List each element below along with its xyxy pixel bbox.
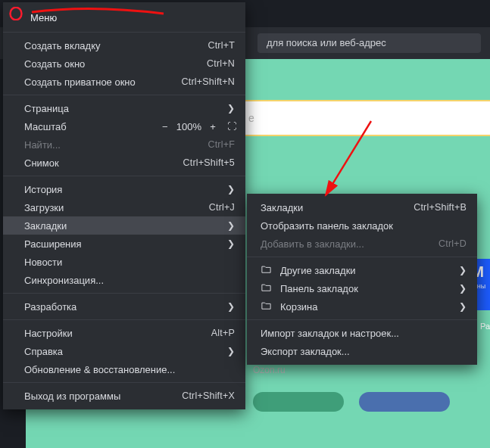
menu-separator bbox=[3, 32, 245, 33]
submenu-add-bookmark: Добавить в закладки... Ctrl+D bbox=[247, 235, 477, 253]
menu-separator bbox=[3, 176, 245, 176]
zoom-value: 100% bbox=[176, 121, 201, 132]
menu-item-label: Добавить в закладки... bbox=[261, 238, 439, 250]
menu-item-label: Настройки bbox=[24, 328, 211, 339]
menu-zoom: Масштаб − 100% + ⛶ bbox=[3, 117, 245, 135]
submenu-import[interactable]: Импорт закладок и настроек... bbox=[247, 324, 477, 342]
menu-item-shortcut: Alt+P bbox=[211, 328, 235, 338]
folder-icon bbox=[261, 300, 272, 312]
menu-sync[interactable]: Синхронизация... bbox=[3, 271, 245, 289]
menu-developer[interactable]: Разработка ❯ bbox=[3, 297, 245, 316]
zoom-in-button[interactable]: + bbox=[208, 121, 218, 132]
menu-history[interactable]: История ❯ bbox=[3, 180, 245, 198]
menu-item-shortcut: Ctrl+Shift+N bbox=[182, 76, 235, 87]
chevron-right-icon: ❯ bbox=[227, 301, 235, 312]
chevron-right-icon: ❯ bbox=[227, 346, 235, 356]
menu-extensions[interactable]: Расширения ❯ bbox=[3, 235, 245, 253]
submenu-other-bookmarks[interactable]: Другие закладки ❯ bbox=[247, 261, 477, 279]
menu-item-label: Панель закладок bbox=[280, 283, 454, 294]
menu-separator bbox=[3, 319, 245, 320]
menu-separator bbox=[3, 95, 245, 95]
chevron-right-icon: ❯ bbox=[459, 265, 467, 275]
page-search-hint: e bbox=[248, 112, 254, 124]
chevron-right-icon: ❯ bbox=[227, 238, 235, 249]
menu-separator bbox=[3, 382, 245, 383]
menu-item-label: Масштаб bbox=[24, 121, 160, 132]
chevron-right-icon: ❯ bbox=[227, 220, 235, 231]
menu-item-shortcut: Ctrl+T bbox=[208, 40, 235, 51]
chevron-right-icon: ❯ bbox=[459, 283, 467, 294]
chevron-right-icon: ❯ bbox=[459, 301, 467, 312]
fullscreen-icon[interactable]: ⛶ bbox=[227, 121, 235, 132]
submenu-bookmarks[interactable]: Закладки Ctrl+Shift+B bbox=[247, 198, 477, 216]
menu-item-label: Найти... bbox=[24, 139, 208, 151]
menu-item-label: Разработка bbox=[24, 301, 223, 313]
menu-header: Меню bbox=[3, 7, 245, 28]
menu-help[interactable]: Справка ❯ bbox=[3, 342, 245, 360]
menu-separator bbox=[247, 257, 477, 257]
chevron-right-icon: ❯ bbox=[227, 103, 235, 114]
menu-item-label: Закладки bbox=[24, 220, 223, 232]
address-input[interactable]: для поиска или веб-адрес bbox=[257, 33, 481, 53]
menu-page[interactable]: Страница ❯ bbox=[3, 99, 245, 117]
tile-caption: Ра bbox=[480, 322, 490, 331]
menu-item-label: Корзина bbox=[280, 301, 454, 313]
menu-item-label: Экспорт закладок... bbox=[261, 346, 467, 357]
menu-item-label: Обновление & восстановление... bbox=[24, 364, 235, 375]
menu-item-label: Создать окно bbox=[24, 58, 207, 70]
menu-new-window[interactable]: Создать окно Ctrl+N bbox=[3, 54, 245, 73]
zoom-out-button[interactable]: − bbox=[160, 121, 170, 132]
bookmarks-submenu: Закладки Ctrl+Shift+B Отобразить панель … bbox=[247, 194, 477, 365]
submenu-bookmarks-bar-folder[interactable]: Панель закладок ❯ bbox=[247, 279, 477, 297]
menu-item-label: Закладки bbox=[261, 202, 414, 213]
svg-point-0 bbox=[11, 8, 22, 20]
menu-item-label: Выход из программы bbox=[24, 390, 182, 402]
menu-item-label: Справка bbox=[24, 346, 223, 357]
menu-separator bbox=[247, 319, 477, 320]
menu-item-shortcut: Ctrl+D bbox=[439, 238, 467, 249]
menu-item-label: История bbox=[24, 184, 223, 195]
menu-new-private-window[interactable]: Создать приватное окно Ctrl+Shift+N bbox=[3, 73, 245, 91]
menu-new-tab[interactable]: Создать вкладку Ctrl+T bbox=[3, 36, 245, 54]
menu-separator bbox=[3, 293, 245, 294]
menu-news[interactable]: Новости bbox=[3, 253, 245, 271]
menu-item-label: Загрузки bbox=[24, 202, 209, 213]
tile-label-right: Ozon.ru bbox=[253, 365, 286, 375]
pill-right[interactable] bbox=[359, 392, 450, 412]
folder-icon bbox=[261, 264, 272, 275]
submenu-show-bookmarks-bar[interactable]: Отобразить панель закладок bbox=[247, 216, 477, 235]
submenu-export[interactable]: Экспорт закладок... bbox=[247, 342, 477, 360]
pill-left[interactable] bbox=[253, 392, 344, 412]
menu-snapshot[interactable]: Снимок Ctrl+Shift+5 bbox=[3, 154, 245, 172]
menu-downloads[interactable]: Загрузки Ctrl+J bbox=[3, 198, 245, 216]
chevron-right-icon: ❯ bbox=[227, 184, 235, 194]
folder-icon bbox=[261, 282, 272, 294]
menu-item-shortcut: Ctrl+Shift+5 bbox=[183, 157, 235, 168]
menu-item-label: Создать приватное окно bbox=[24, 76, 182, 88]
menu-item-shortcut: Ctrl+F bbox=[208, 139, 235, 150]
menu-item-shortcut: Ctrl+N bbox=[207, 58, 235, 69]
menu-item-label: Отобразить панель закладок bbox=[261, 220, 467, 232]
menu-update-restore[interactable]: Обновление & восстановление... bbox=[3, 360, 245, 378]
menu-item-label: Синхронизация... bbox=[24, 275, 235, 286]
opera-logo-icon bbox=[9, 7, 23, 20]
menu-title: Меню bbox=[30, 12, 235, 23]
menu-find: Найти... Ctrl+F bbox=[3, 135, 245, 154]
menu-item-shortcut: Ctrl+J bbox=[209, 202, 235, 213]
menu-item-shortcut: Ctrl+Shift+X bbox=[182, 390, 235, 401]
menu-exit[interactable]: Выход из программы Ctrl+Shift+X bbox=[3, 387, 245, 405]
menu-bookmarks[interactable]: Закладки ❯ bbox=[3, 216, 245, 235]
menu-item-label: Страница bbox=[24, 103, 223, 114]
menu-item-label: Новости bbox=[24, 257, 235, 268]
menu-item-shortcut: Ctrl+Shift+B bbox=[414, 202, 467, 213]
menu-item-label: Другие закладки bbox=[280, 265, 454, 276]
menu-item-label: Снимок bbox=[24, 157, 183, 169]
menu-item-label: Расширения bbox=[24, 238, 223, 250]
menu-settings[interactable]: Настройки Alt+P bbox=[3, 324, 245, 342]
opera-main-menu: Меню Создать вкладку Ctrl+T Создать окно… bbox=[3, 2, 245, 409]
menu-item-label: Создать вкладку bbox=[24, 40, 208, 51]
submenu-trash[interactable]: Корзина ❯ bbox=[247, 297, 477, 316]
menu-item-label: Импорт закладок и настроек... bbox=[261, 328, 467, 339]
